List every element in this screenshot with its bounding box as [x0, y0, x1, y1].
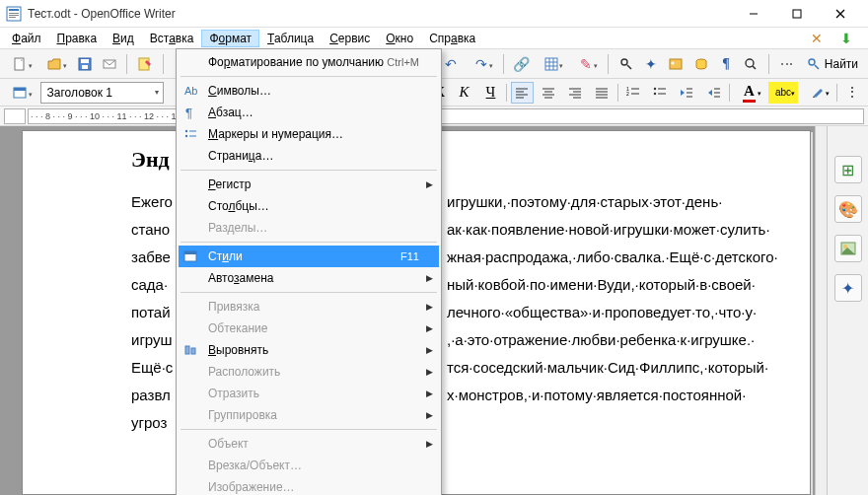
menu-item-форматирование-по-умолчанию[interactable]: Форматирование по умолчаниюCtrl+M: [179, 51, 439, 73]
menu-item-страница-[interactable]: Страница…: [179, 145, 439, 167]
find-label: Найти: [825, 57, 858, 71]
svg-line-21: [627, 65, 631, 69]
submenu-arrow-icon: ▶: [426, 179, 433, 189]
email-button[interactable]: [98, 52, 120, 76]
submenu-arrow-icon: ▶: [426, 367, 433, 377]
redo-button[interactable]: ↷: [465, 52, 497, 76]
submenu-arrow-icon: ▶: [426, 439, 433, 449]
menu-item-label: Столбцы…: [208, 199, 269, 213]
menu-формат[interactable]: Формат: [201, 30, 259, 47]
find-icon: [807, 57, 821, 71]
menu-item-выровнять[interactable]: Выровнять▶: [179, 339, 439, 361]
toolbar2-overflow[interactable]: ⋮: [841, 82, 864, 104]
menu-вставка[interactable]: Вставка: [142, 30, 202, 47]
italic-button[interactable]: К: [453, 82, 475, 104]
menu-item-label: Форматирование по умолчанию: [208, 55, 384, 69]
gallery-button[interactable]: [665, 52, 687, 76]
minimize-button[interactable]: [732, 0, 775, 28]
menu-item-автозамена[interactable]: Автозамена▶: [179, 267, 439, 289]
svg-rect-6: [793, 10, 801, 18]
table-button[interactable]: [535, 52, 567, 76]
vertical-scrollbar[interactable]: [815, 126, 827, 495]
menu-item-label: Привязка: [208, 300, 259, 314]
menu-item-группировка: Группировка▶: [179, 404, 439, 426]
svg-rect-71: [185, 346, 189, 354]
svg-rect-11: [81, 59, 89, 63]
maximize-button[interactable]: [775, 0, 819, 28]
submenu-arrow-icon: ▶: [426, 323, 433, 333]
menu-item-регистр[interactable]: Регистр▶: [179, 174, 439, 195]
svg-point-62: [843, 245, 847, 248]
find-replace-button[interactable]: [615, 52, 637, 76]
properties-panel-button[interactable]: ⊞: [834, 156, 862, 183]
menu-separator: [181, 242, 437, 243]
menu-bar: ФайлПравкаВидВставкаФорматТаблицаСервисО…: [0, 28, 868, 49]
data-sources-button[interactable]: [689, 52, 712, 76]
svg-rect-30: [14, 88, 26, 91]
menu-item-label: Обтекание: [208, 321, 267, 335]
menu-item-символы-[interactable]: AbСимволы…: [179, 80, 439, 102]
toolbar-overflow[interactable]: ⋮: [775, 52, 799, 76]
menu-окно[interactable]: Окно: [378, 30, 421, 47]
side-panel: ⊞ 🎨 ✦: [827, 126, 868, 495]
navigator-panel-button[interactable]: ✦: [834, 274, 862, 302]
svg-rect-2: [9, 13, 19, 14]
menu-item-абзац-[interactable]: ¶Абзац…: [179, 102, 439, 123]
align-right-button[interactable]: [564, 82, 587, 104]
background-color-button[interactable]: ▾: [802, 82, 832, 104]
menu-правка[interactable]: Правка: [49, 30, 106, 47]
highlight-color-button[interactable]: abc▾: [768, 82, 799, 104]
align-center-button[interactable]: [538, 82, 560, 104]
updates-icon[interactable]: ⬇: [834, 27, 858, 50]
styles-panel-button[interactable]: 🎨: [834, 195, 862, 223]
menu-справка[interactable]: Справка: [421, 30, 483, 47]
menu-item-label: Изображение…: [208, 480, 295, 494]
decrease-indent-button[interactable]: [676, 82, 698, 104]
underline-button[interactable]: Ч: [479, 82, 502, 104]
svg-rect-4: [9, 17, 16, 18]
nonprinting-chars-button[interactable]: ¶: [714, 52, 737, 76]
open-button[interactable]: [38, 52, 71, 76]
app-icon: [6, 6, 22, 22]
edit-file-button[interactable]: [133, 52, 156, 76]
increase-indent-button[interactable]: [702, 82, 725, 104]
menu-файл[interactable]: Файл: [4, 30, 49, 47]
menu-item-столбцы-[interactable]: Столбцы…: [179, 195, 439, 217]
bullet-list-button[interactable]: [649, 82, 672, 104]
menu-таблица[interactable]: Таблица: [259, 30, 322, 47]
menu-item-расположить: Расположить▶: [179, 361, 439, 383]
align-left-button[interactable]: [511, 82, 534, 104]
svg-point-20: [621, 59, 627, 65]
paragraph-style-combo[interactable]: Заголовок 1: [40, 82, 164, 104]
svg-rect-3: [9, 15, 19, 16]
new-button[interactable]: [4, 52, 36, 76]
close-button[interactable]: [819, 0, 862, 28]
menu-separator: [181, 292, 437, 293]
menu-сервис[interactable]: Сервис: [322, 30, 378, 47]
numbered-list-button[interactable]: 12: [622, 82, 645, 104]
undo-button[interactable]: ↶: [440, 52, 463, 76]
hyperlink-button[interactable]: 🔗: [510, 52, 533, 76]
menu-shortcut: F11: [400, 250, 419, 262]
svg-point-23: [672, 61, 675, 64]
save-button[interactable]: [73, 52, 96, 76]
close-document-icon[interactable]: ✕: [805, 27, 829, 50]
show-draw-functions-button[interactable]: ✎: [569, 52, 602, 76]
menu-item-label: Разделы…: [208, 221, 267, 235]
navigator-button[interactable]: ✦: [639, 52, 662, 76]
menu-вид[interactable]: Вид: [105, 30, 142, 47]
menu-item-маркеры-и-нумерация-[interactable]: Маркеры и нумерация…: [179, 123, 439, 145]
styles-button[interactable]: [4, 81, 36, 105]
align-justify-button[interactable]: [591, 82, 614, 104]
svg-rect-1: [9, 9, 19, 11]
font-color-button[interactable]: A▾: [734, 82, 764, 104]
horizontal-ruler[interactable]: · · · 8 · · · 9 · · · 10 · · · 11 · · · …: [28, 108, 864, 124]
menu-item-стили[interactable]: СтилиF11: [179, 246, 439, 267]
menu-item-привязка: Привязка▶: [179, 296, 439, 318]
zoom-button[interactable]: [740, 52, 762, 76]
menu-item-разделы-: Разделы…: [179, 217, 439, 239]
gallery-panel-button[interactable]: [834, 235, 862, 262]
svg-point-65: [185, 130, 187, 132]
svg-rect-12: [82, 65, 88, 69]
find-toolbar[interactable]: Найти: [801, 57, 864, 71]
